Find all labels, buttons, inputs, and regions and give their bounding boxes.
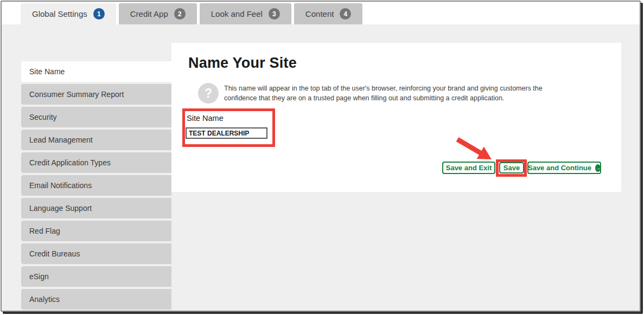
tab-label: Content <box>305 9 334 18</box>
tab-look-and-feel[interactable]: Look and Feel 3 <box>200 3 291 24</box>
site-name-input[interactable] <box>186 127 267 139</box>
save-and-exit-label: Save and Exit <box>446 164 492 172</box>
tab-label: Global Settings <box>32 9 87 18</box>
sidebar-item-esign[interactable]: eSign <box>21 266 171 287</box>
step-2-badge: 2 <box>174 8 186 20</box>
save-label: Save <box>503 164 520 172</box>
step-1-badge: 1 <box>93 8 105 20</box>
tab-credit-app[interactable]: Credit App 2 <box>119 3 197 24</box>
tab-content[interactable]: Content 4 <box>294 3 363 24</box>
sidebar-item-credit-bureaus[interactable]: Credit Bureaus <box>21 243 171 264</box>
page-description: This name will appear in the top tab of … <box>224 84 576 103</box>
save-and-continue-label: Save and Continue <box>528 164 591 172</box>
sidebar-item-credit-application-types[interactable]: Credit Application Types <box>21 152 171 173</box>
save-and-exit-button[interactable]: Save and Exit <box>442 162 495 174</box>
save-button[interactable]: Save <box>499 162 524 173</box>
tab-label: Look and Feel <box>211 9 263 18</box>
sidebar-item-consumer-summary-report[interactable]: Consumer Summary Report <box>21 84 171 105</box>
sidebar-item-analytics[interactable]: Analytics <box>21 289 171 310</box>
arrow-right-circle-icon: → <box>595 164 601 172</box>
settings-window: Global Settings 1 Credit App 2 Look and … <box>1 1 641 312</box>
sidebar-item-lead-management[interactable]: Lead Management <box>21 130 171 150</box>
page-title: Name Your Site <box>188 55 297 72</box>
question-mark-icon: ? <box>198 83 219 104</box>
step-3-badge: 3 <box>269 8 280 20</box>
settings-sidebar: Site Name Consumer Summary Report Securi… <box>21 61 171 312</box>
sidebar-item-red-flag[interactable]: Red Flag <box>21 221 171 241</box>
step-4-badge: 4 <box>340 8 351 20</box>
sidebar-item-site-name[interactable]: Site Name <box>21 61 171 82</box>
tab-global-settings[interactable]: Global Settings 1 <box>21 3 116 24</box>
tab-bar: Global Settings 1 Credit App 2 Look and … <box>21 3 362 24</box>
tab-label: Credit App <box>130 9 168 18</box>
save-and-continue-button[interactable]: Save and Continue → <box>527 162 601 174</box>
sidebar-item-language-support[interactable]: Language Support <box>21 198 171 218</box>
site-name-label: Site Name <box>187 114 224 123</box>
sidebar-item-email-notifications[interactable]: Email Notifications <box>21 175 171 196</box>
sidebar-item-security[interactable]: Security <box>21 107 171 127</box>
